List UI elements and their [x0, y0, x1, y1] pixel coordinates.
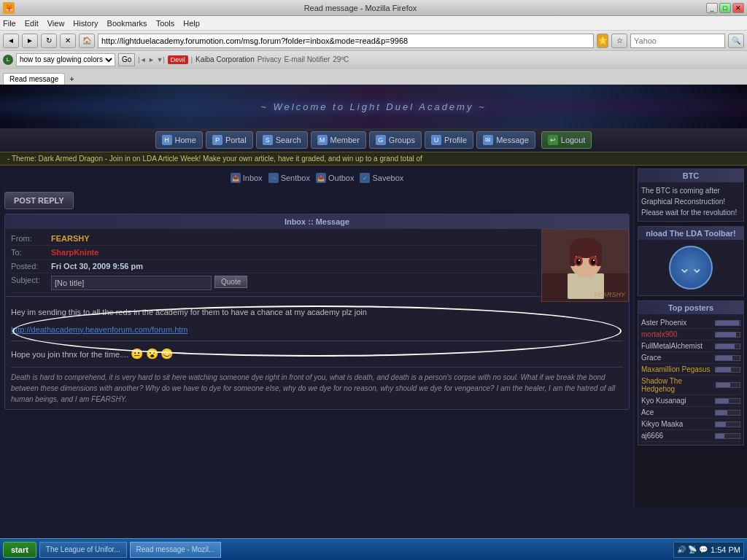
- outbox-tab[interactable]: 📤 Outbox: [316, 173, 354, 183]
- menu-bookmarks[interactable]: Bookmarks: [107, 19, 147, 28]
- nav-member[interactable]: M Member: [311, 131, 366, 149]
- sentbox-icon: →: [268, 173, 279, 183]
- nav-home[interactable]: H Home: [155, 131, 203, 149]
- inbox-label: Inbox: [243, 174, 263, 182]
- back-button[interactable]: ◄: [3, 34, 19, 48]
- poster-bar: [716, 422, 726, 427]
- poster-name[interactable]: Maxamillion Pegasus: [641, 365, 711, 373]
- toolbar-body[interactable]: ⌄⌄: [638, 240, 743, 295]
- message-container: Inbox :: Message From: FEARSHY To: Sharp…: [4, 214, 630, 410]
- menu-help[interactable]: Help: [183, 19, 200, 28]
- savebox-icon: ✓: [360, 173, 370, 183]
- nav-portal[interactable]: P Portal: [206, 131, 253, 149]
- close-button[interactable]: ✕: [732, 3, 744, 13]
- minimize-button[interactable]: _: [706, 3, 718, 13]
- poster-name[interactable]: Grace: [641, 354, 661, 362]
- page-content: ~ Welcome to Light Duel Academy ~ H Home…: [0, 85, 747, 508]
- poster-name[interactable]: Aster Phoenix: [641, 319, 686, 327]
- nav-search[interactable]: S Search: [256, 131, 308, 149]
- home-button[interactable]: 🏠: [79, 34, 95, 48]
- poster-row: mortalx900: [641, 329, 740, 341]
- chevron-down-icon: ⌄⌄: [678, 260, 703, 275]
- menu-history[interactable]: History: [73, 19, 98, 28]
- posted-row: Posted: Fri Oct 30, 2009 9:56 pm: [11, 260, 535, 273]
- btc-body: The BTC is coming after Graphical Recons…: [638, 182, 743, 221]
- taskbar-item-1[interactable]: The League of Unifor...: [39, 542, 127, 558]
- message-left: From: FEARSHY To: SharpKninte Posted: Fr…: [5, 229, 541, 302]
- menu-file[interactable]: File: [3, 19, 16, 28]
- poster-name[interactable]: Kikyo Maaka: [641, 420, 683, 428]
- message-avatar: FEARSHY: [541, 229, 629, 302]
- browser-search-input[interactable]: [630, 34, 725, 48]
- inbox-tab[interactable]: 📥 Inbox: [231, 173, 263, 183]
- message-link[interactable]: http://deathacademy.heavenforum.com/foru…: [11, 325, 188, 334]
- nav-logout[interactable]: ↩ Logout: [541, 131, 592, 149]
- from-label: From:: [11, 234, 51, 243]
- window-controls[interactable]: _ □ ✕: [706, 3, 744, 13]
- nav-groups[interactable]: G Groups: [369, 131, 422, 149]
- menu-tools[interactable]: Tools: [156, 19, 175, 28]
- poster-name[interactable]: mortalx900: [641, 330, 677, 338]
- inbox-tabs: 📥 Inbox → Sentbox 📤 Outbox ✓ Savebox: [4, 170, 630, 186]
- url-bar[interactable]: [98, 34, 594, 48]
- tab-readmessage[interactable]: Read message: [3, 73, 65, 85]
- browser-toolbar2: L how to say glowing colors Go |◄ ► ▼| D…: [0, 51, 747, 69]
- sentbox-tab[interactable]: → Sentbox: [268, 173, 310, 183]
- nav-portal-label: Portal: [225, 136, 247, 144]
- emoji2: 😮: [146, 348, 158, 359]
- poster-bar-container: [715, 433, 740, 439]
- poster-name[interactable]: Kyo Kusanagi: [641, 397, 686, 405]
- taskbar: start The League of Unifor... Read messa…: [0, 538, 747, 560]
- poster-bar: [716, 399, 729, 403]
- subject-input[interactable]: [51, 276, 212, 290]
- favicon-indicator: ⭐: [597, 34, 608, 48]
- taskbar-item-2[interactable]: Read message - Mozil...: [130, 542, 222, 558]
- poster-bar: [716, 368, 731, 372]
- poster-name[interactable]: Ace: [641, 408, 654, 416]
- toolbar-dropdown[interactable]: how to say glowing colors: [16, 53, 115, 66]
- lda-download-circle[interactable]: ⌄⌄: [669, 246, 713, 289]
- poster-name[interactable]: aj6666: [641, 432, 663, 440]
- avatar-watermark: FEARSHY: [594, 291, 625, 298]
- poster-bar-container: [715, 367, 740, 373]
- privacy-link[interactable]: Privacy: [258, 55, 282, 63]
- toolbar-title: nload The LDA Toolbar!: [638, 227, 743, 240]
- poster-name[interactable]: Shadow The Hedgehog: [641, 377, 716, 393]
- message-header: Inbox :: Message: [5, 214, 629, 229]
- maximize-button[interactable]: □: [719, 3, 731, 13]
- poster-bar: [716, 434, 724, 438]
- home-nav-icon: H: [162, 135, 172, 145]
- reload-button[interactable]: ↻: [41, 34, 57, 48]
- kaiba-link[interactable]: Kaiba Corporation: [196, 55, 255, 63]
- site-navigation: H Home P Portal S Search M Member G Grou…: [0, 128, 747, 152]
- post-reply-button[interactable]: POST REPLY: [4, 192, 74, 209]
- poster-bar-container: [715, 355, 740, 361]
- search-go-button[interactable]: 🔍: [728, 34, 744, 48]
- member-icon: M: [317, 135, 328, 145]
- forward-button[interactable]: ►: [22, 34, 38, 48]
- toolbar-go-button[interactable]: Go: [118, 53, 135, 66]
- poster-name[interactable]: FullMetalAlchemist: [641, 342, 703, 350]
- start-button[interactable]: start: [3, 542, 36, 558]
- nav-profile[interactable]: U Profile: [425, 131, 473, 149]
- savebox-tab[interactable]: ✓ Savebox: [360, 173, 403, 183]
- weather: 29ºC: [333, 55, 349, 63]
- nav-profile-label: Profile: [444, 136, 467, 144]
- bookmark-star[interactable]: ☆: [611, 34, 627, 48]
- nav-search-label: Search: [276, 136, 301, 144]
- stop-button[interactable]: ✕: [60, 34, 76, 48]
- nav-message[interactable]: ✉ Message: [476, 131, 535, 149]
- menu-edit[interactable]: Edit: [25, 19, 39, 28]
- browser-icon: 🦊: [3, 2, 15, 14]
- poster-row: Ace: [641, 407, 740, 419]
- signature-text: Death is hard to comprehend, it is very …: [11, 372, 623, 405]
- email-notifier[interactable]: E-mail Notifier: [285, 55, 330, 63]
- to-value[interactable]: SharpKninte: [51, 248, 98, 257]
- message-body: Hey im sending this to all the reds in t…: [5, 302, 629, 409]
- search-nav-icon: S: [263, 135, 273, 145]
- quote-button[interactable]: Quote: [214, 276, 247, 288]
- new-tab-button[interactable]: +: [66, 73, 77, 85]
- emoji3: 😊: [160, 348, 173, 359]
- menu-view[interactable]: View: [47, 19, 65, 28]
- poster-bar: [716, 321, 739, 325]
